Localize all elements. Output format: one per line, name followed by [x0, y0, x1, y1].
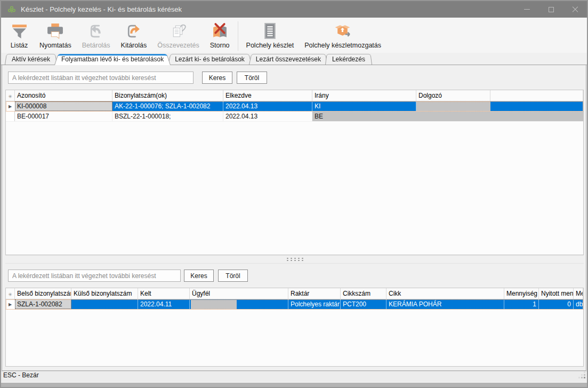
toolbar-label: Storno: [210, 42, 230, 50]
bottom-search-input[interactable]: [8, 270, 181, 282]
cell-raktar[interactable]: Polchelyes raktár: [288, 299, 341, 309]
asterisk-icon: ✳: [8, 94, 12, 99]
maximize-button[interactable]: [539, 1, 563, 18]
cell-kelt[interactable]: 2022.04.11: [138, 299, 190, 309]
shelf-stock-button[interactable]: Polchely készlet: [241, 19, 300, 53]
toolbar: Listáz Nyomtatás Betárolás: [1, 18, 587, 53]
row-indicator: [6, 112, 15, 121]
tab-active-requests[interactable]: Aktív kérések: [5, 53, 57, 65]
toolbar-label: Polchely készlet: [246, 42, 294, 50]
shelf-list-icon: [260, 20, 279, 42]
splitter-grip-icon: [286, 257, 304, 262]
cell-mennyiseg[interactable]: 1: [504, 299, 539, 309]
cell-irany[interactable]: KI: [312, 101, 416, 111]
cell-azonosito[interactable]: BE-000017: [15, 112, 112, 121]
horizontal-splitter[interactable]: [5, 255, 584, 264]
column-header-raktar[interactable]: Raktár: [288, 288, 341, 299]
toolbar-label: Összevezetés: [157, 42, 199, 50]
close-button[interactable]: [563, 1, 587, 18]
cell-kulso-bizonylatszam[interactable]: [71, 299, 138, 309]
close-icon: [572, 6, 578, 13]
column-header-bizonylatszam[interactable]: Bizonylatszám(ok): [112, 90, 223, 101]
top-search-button[interactable]: Keres: [202, 72, 232, 84]
column-header-kulso-bizonylatszam[interactable]: Külső bizonylatszám: [71, 288, 138, 299]
cell-dolgozo-redacted[interactable]: [416, 101, 490, 111]
top-search-input[interactable]: [8, 72, 194, 84]
cell-irany[interactable]: BE: [312, 112, 416, 121]
row-indicator-header[interactable]: ✳: [6, 288, 15, 299]
toolbar-label: Nyomtatás: [39, 42, 71, 50]
column-header-cikk[interactable]: Cikk: [386, 288, 504, 299]
toolbar-label: Kitárolás: [121, 42, 147, 50]
resize-grip[interactable]: [579, 372, 585, 378]
table-row[interactable]: ▶ SZLA-1-002082 2022.04.11 Polchelyes ra…: [6, 299, 583, 310]
list-button[interactable]: Listáz: [4, 19, 34, 53]
merge-button[interactable]: Összevezetés: [152, 19, 205, 53]
column-header-irany[interactable]: Irány: [312, 90, 416, 101]
cell-cikkszam[interactable]: PCT200: [341, 299, 386, 309]
cell-filler[interactable]: [490, 101, 583, 111]
column-header-azonosito[interactable]: Azonosító: [15, 90, 112, 101]
cell-dolgozo-redacted[interactable]: [416, 112, 490, 121]
column-header-me[interactable]: Me.: [574, 288, 583, 299]
top-clear-button[interactable]: Töröl: [237, 72, 267, 84]
app-window: Készlet - Polchely kezelés - Ki- és betá…: [0, 0, 588, 388]
tab-query[interactable]: Lekérdezés: [325, 53, 372, 65]
cell-me[interactable]: db: [574, 299, 583, 309]
row-indicator: ▶: [6, 299, 15, 309]
store-in-button[interactable]: Betárolás: [77, 19, 116, 53]
row-indicator: ▶: [6, 101, 15, 111]
filter-icon: [10, 20, 29, 42]
cell-cikk[interactable]: KERÁMIA POHÁR: [386, 299, 504, 309]
tab-in-progress[interactable]: Folyamatban lévő ki- és betárolások: [54, 53, 171, 65]
cell-filler-redacted[interactable]: [490, 112, 583, 121]
window-bottom-edge: [1, 379, 587, 387]
arrow-in-icon: [86, 20, 106, 42]
store-out-button[interactable]: Kitárolás: [116, 19, 152, 53]
bottom-clear-button[interactable]: Töröl: [218, 270, 248, 282]
bottom-search-button[interactable]: Keres: [184, 270, 214, 282]
toolbar-separator: [238, 21, 238, 51]
minimize-button[interactable]: [515, 1, 539, 18]
cell-bizonylatszam[interactable]: BSZL-22-1-000018;: [112, 112, 223, 121]
asterisk-icon: ✳: [8, 292, 12, 297]
tab-page: Keres Töröl ✳ Azonosító Bizonylatszám(ok…: [2, 65, 586, 371]
cell-ugyfel-redacted[interactable]: [190, 299, 288, 309]
maximize-icon: [549, 7, 554, 12]
window-controls: [515, 1, 587, 18]
app-icon: [7, 5, 16, 14]
shelf-stock-move-button[interactable]: Polchely készletmozgatás: [299, 19, 386, 53]
column-header-nyitott-mennyiseg[interactable]: Nyitott men: [539, 288, 574, 299]
column-header-ugyfel[interactable]: Ügyfél: [190, 288, 288, 299]
column-header-elkezdve[interactable]: Elkezdve: [223, 90, 312, 101]
status-text: ESC - Bezár: [3, 371, 39, 379]
table-row[interactable]: ▶ KI-000008 AK-22-1-000076; SZLA-1-00208…: [6, 101, 583, 112]
storno-button[interactable]: Storno: [205, 19, 235, 53]
column-header-cikkszam[interactable]: Cikkszám: [341, 288, 386, 299]
column-header-dolgozo[interactable]: Dolgozó: [416, 90, 490, 101]
title-bar[interactable]: Készlet - Polchely kezelés - Ki- és betá…: [1, 1, 587, 18]
current-row-arrow-icon: ▶: [9, 104, 12, 109]
column-header-mennyiseg[interactable]: Mennyiség: [504, 288, 539, 299]
requests-grid-empty-area: [6, 122, 583, 255]
cell-elkezdve[interactable]: 2022.04.13: [223, 101, 312, 111]
cell-nyitott-mennyiseg[interactable]: 0: [539, 299, 574, 309]
column-header-belso-bizonylatszam[interactable]: Belső bizonylatszám: [15, 288, 71, 299]
cell-belso-bizonylatszam[interactable]: SZLA-1-002082: [15, 299, 71, 309]
toolbar-label: Polchely készletmozgatás: [304, 42, 381, 50]
tab-closed-merges[interactable]: Lezárt összevezetések: [249, 53, 328, 65]
status-bar: ESC - Bezár: [1, 371, 587, 379]
printer-icon: [46, 20, 65, 42]
row-indicator-header[interactable]: ✳: [6, 90, 15, 101]
table-row[interactable]: BE-000017 BSZL-22-1-000018; 2022.04.13 B…: [6, 112, 583, 122]
cell-azonosito[interactable]: KI-000008: [15, 101, 112, 111]
tab-closed-inout[interactable]: Lezárt ki- és betárolások: [168, 53, 252, 65]
column-header-kelt[interactable]: Kelt: [138, 288, 190, 299]
merge-docs-icon: [168, 20, 188, 42]
window-title: Készlet - Polchely kezelés - Ki- és betá…: [21, 5, 515, 13]
arrow-out-icon: [124, 20, 143, 42]
cell-elkezdve[interactable]: 2022.04.13: [223, 112, 312, 121]
cell-bizonylatszam[interactable]: AK-22-1-000076; SZLA-1-002082: [112, 101, 223, 111]
print-button[interactable]: Nyomtatás: [34, 19, 77, 53]
items-grid: ✳ Belső bizonylatszám Külső bizonylatszá…: [5, 288, 584, 367]
